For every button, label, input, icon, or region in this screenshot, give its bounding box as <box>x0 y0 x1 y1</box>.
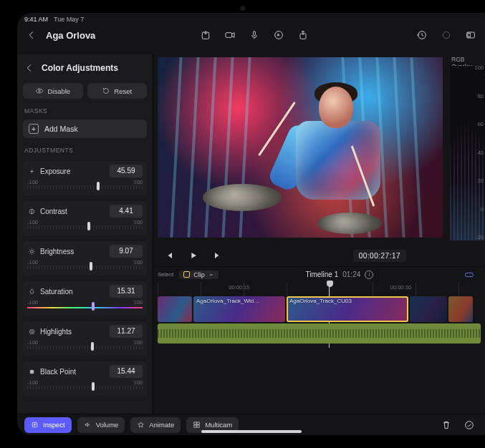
disable-button[interactable]: Disable <box>23 83 83 99</box>
svg-point-13 <box>31 331 33 333</box>
plus-icon: + <box>29 124 39 134</box>
adjustment-label: Highlights <box>40 328 105 336</box>
video-track[interactable]: AgaOrlova_Track_Wid… AgaOrlova_Track_CU0… <box>158 296 481 322</box>
svg-point-21 <box>466 421 474 429</box>
adjustment-exposure: Exposure 45.59 -100 100 <box>23 161 147 196</box>
selection-mode-chip[interactable]: Clip <box>179 271 219 279</box>
add-mask-button[interactable]: + Add Mask <box>23 120 147 138</box>
reset-button[interactable]: Reset <box>87 83 148 99</box>
transport-bar: 00:00:27:17 <box>153 246 485 266</box>
next-frame-button[interactable] <box>209 248 226 263</box>
confirm-button[interactable] <box>461 417 478 433</box>
svg-point-6 <box>443 31 449 38</box>
timeline-info-button[interactable]: i <box>365 271 373 279</box>
library-back-button[interactable] <box>23 27 40 43</box>
inspector-back-button[interactable] <box>23 60 36 76</box>
timeline-clip[interactable] <box>448 296 473 322</box>
saturation-icon <box>27 287 36 296</box>
play-button[interactable] <box>185 248 202 263</box>
black-point-icon <box>27 367 36 376</box>
adjustment-slider[interactable]: -100 100 <box>27 220 143 232</box>
import-media-button[interactable] <box>197 27 214 43</box>
timecode-display[interactable]: 00:00:27:17 <box>353 250 406 262</box>
adjustment-slider[interactable]: -100 100 <box>27 381 143 392</box>
volume-tab[interactable]: Volume <box>77 417 125 433</box>
adjustment-highlights: Highlights 11.27 -100 100 <box>23 321 147 356</box>
animate-tab[interactable]: Animate <box>130 417 181 433</box>
timeline-name: Timeline 1 <box>305 271 338 278</box>
adjustment-label: Black Point <box>40 368 105 376</box>
adjustment-value[interactable]: 45.59 <box>110 165 143 177</box>
timeline-overview-button[interactable] <box>461 267 478 283</box>
history-button[interactable] <box>413 27 431 43</box>
svg-rect-17 <box>194 422 196 424</box>
adjustment-value[interactable]: 15.44 <box>110 365 143 378</box>
display-options-button[interactable] <box>462 27 479 43</box>
adjustment-label: Exposure <box>40 167 105 175</box>
svg-rect-2 <box>254 31 256 36</box>
adjustment-label: Contrast <box>40 208 105 215</box>
svg-rect-14 <box>30 370 34 374</box>
svg-rect-19 <box>194 425 196 427</box>
timeline-ruler[interactable]: 00:00:15 00:00:30 <box>158 282 481 296</box>
timeline-clip[interactable] <box>410 296 447 322</box>
adjustment-value[interactable]: 15.31 <box>110 285 143 298</box>
timeline-tracks[interactable]: AgaOrlova_Track_Wid… AgaOrlova_Track_CU0… <box>153 296 485 344</box>
adjustment-slider[interactable]: -100 100 <box>27 180 143 192</box>
inspector-sidebar: Color Adjustments Disable Reset MASKS + … <box>17 54 153 414</box>
svg-rect-1 <box>226 33 232 38</box>
status-bar: 9:41 AM Tue May 7 <box>17 13 485 24</box>
status-time: 9:41 AM <box>24 16 48 23</box>
adjustment-value[interactable]: 9.07 <box>110 245 143 258</box>
select-label: Select <box>158 271 173 278</box>
status-date: Tue May 7 <box>54 16 84 23</box>
adjustment-black-point: Black Point 15.44 -100 100 <box>23 361 147 396</box>
svg-rect-8 <box>468 33 470 36</box>
adjustment-label: Saturation <box>40 288 105 296</box>
adjustment-slider[interactable]: -100 100 <box>27 260 143 272</box>
tools-button[interactable] <box>270 27 287 43</box>
svg-point-11 <box>30 250 33 253</box>
adjustment-label: Brightness <box>40 248 105 255</box>
adjustment-slider[interactable]: -100 100 <box>27 341 143 352</box>
home-indicator[interactable] <box>201 430 302 433</box>
adjustment-slider[interactable]: -100 100 <box>27 301 143 312</box>
adjustment-contrast: Contrast 4.41 -100 100 <box>23 201 147 236</box>
audio-track[interactable] <box>158 323 481 344</box>
svg-rect-18 <box>197 422 199 424</box>
timeline-header: Select Clip Timeline 1 01:24 i <box>153 266 485 282</box>
contrast-icon <box>27 207 36 215</box>
preview-viewer[interactable] <box>158 57 443 238</box>
exposure-icon <box>27 167 36 175</box>
brightness-icon <box>27 247 36 255</box>
svg-point-12 <box>29 329 34 333</box>
scopes-axis: 100806040200-20 <box>472 64 484 240</box>
settings-button[interactable] <box>438 27 455 43</box>
inspect-tab[interactable]: Inspect <box>24 417 72 433</box>
camera-button[interactable] <box>221 27 239 43</box>
project-title: Aga Orlova <box>46 30 95 41</box>
video-scopes: RGB Overlay 100806040200-20 <box>447 54 485 246</box>
disable-label: Disable <box>47 87 70 95</box>
adjustments-section-label: ADJUSTMENTS <box>24 147 145 154</box>
voiceover-button[interactable] <box>246 27 263 43</box>
prev-frame-button[interactable] <box>160 248 178 263</box>
adjustment-value[interactable]: 4.41 <box>110 205 143 218</box>
adjustment-saturation: Saturation 15.31 -100 100 <box>23 281 147 316</box>
highlights-icon <box>27 327 36 336</box>
inspector-title: Color Adjustments <box>42 63 118 73</box>
timeline-duration: 01:24 <box>342 271 360 278</box>
adjustment-brightness: Brightness 9.07 -100 100 <box>23 241 147 276</box>
timeline-clip[interactable]: AgaOrlova_Track_Wid… <box>193 296 285 322</box>
adjustment-value[interactable]: 11.27 <box>110 325 143 338</box>
reset-label: Reset <box>114 87 132 95</box>
svg-rect-15 <box>466 273 474 276</box>
svg-point-9 <box>39 90 41 92</box>
clip-chip-icon <box>183 271 190 278</box>
masks-section-label: MASKS <box>24 107 145 115</box>
top-toolbar: Aga Orlova <box>17 24 485 47</box>
delete-button[interactable] <box>438 417 455 433</box>
share-button[interactable] <box>294 27 312 43</box>
timeline-clip-selected[interactable]: AgaOrlova_Track_CU03 <box>287 296 408 322</box>
timeline-clip[interactable] <box>158 296 192 322</box>
